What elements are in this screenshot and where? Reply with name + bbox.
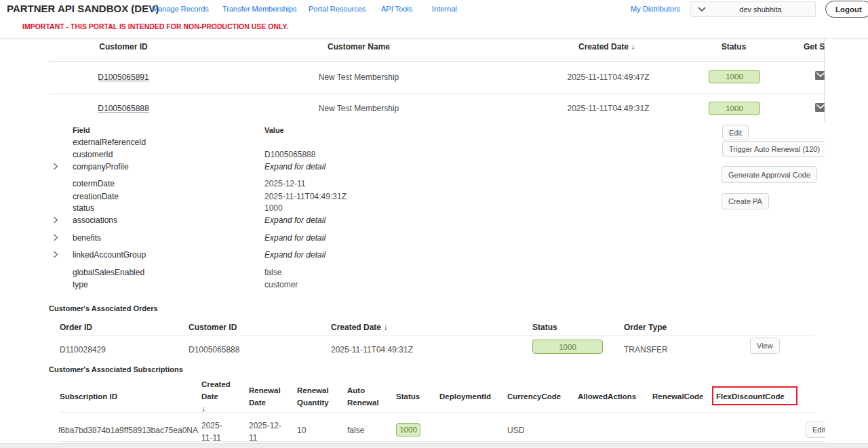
sub-renewal-quantity: 10 — [297, 426, 306, 435]
col-order-status: Status — [532, 323, 557, 332]
horizontal-scrollbar[interactable] — [0, 443, 868, 448]
sort-desc-icon[interactable]: ↓ — [383, 323, 387, 332]
field-value: false — [264, 268, 281, 277]
customer-name: New Test Membership — [319, 104, 399, 113]
field-value: 1000 — [264, 203, 283, 213]
field-label: type — [73, 280, 88, 289]
field-label: benefits — [73, 233, 101, 243]
col-created-date-label: Created Date — [578, 42, 629, 52]
col-created-date[interactable]: Created Date ↓ — [578, 42, 635, 52]
expand-for-detail[interactable]: Expand for detail — [264, 216, 326, 225]
sub-renewal-date: 2025-12-11 — [249, 420, 287, 443]
col-order-id: Order ID — [60, 323, 92, 332]
customer-id-link[interactable]: D1005065891 — [98, 73, 149, 82]
edit-subscription-button[interactable]: Edit — [806, 422, 825, 438]
orders-header-underline — [60, 335, 814, 336]
field-label: linkedAccountGroup — [73, 250, 146, 260]
field-label: companyProfile — [73, 162, 129, 171]
row-divider — [49, 93, 825, 94]
chevron-right-icon[interactable] — [53, 234, 58, 241]
nav-internal[interactable]: Internal — [432, 5, 457, 13]
order-status-badge: 1000 — [532, 340, 603, 354]
col-customer-id: Customer ID — [99, 42, 147, 52]
orders-section-title: Customer's Associated Orders — [49, 304, 158, 312]
subscriptions-header-underline — [60, 412, 814, 413]
field-value: 2025-12-11 — [264, 179, 306, 188]
customer-name: New Test Membership — [319, 73, 399, 82]
order-type: TRANSFER — [624, 345, 668, 354]
field-column-header: Field — [73, 126, 90, 134]
expand-for-detail[interactable]: Expand for detail — [264, 162, 326, 171]
field-label: cotermDate — [73, 179, 115, 188]
field-label: creationDate — [73, 192, 119, 201]
main-content: Customer ID Customer Name Created Date ↓… — [49, 39, 825, 443]
sub-auto-renewal: false — [347, 426, 364, 435]
field-value: 2025-11-11T04:49:31Z — [264, 192, 347, 201]
col-renewal-quantity: Renewal Quantity — [297, 384, 335, 409]
trigger-auto-renewal-button[interactable]: Trigger Auto Renewal (120) — [722, 141, 825, 157]
field-value: D1005065888 — [264, 150, 315, 159]
subscriptions-section-title: Customer's Associated Subscriptions — [49, 365, 183, 373]
nav-manage-records[interactable]: Manage Records — [152, 5, 209, 13]
subscription-id: f6ba7bd3874b1a9ff58913bac75ea0NA — [58, 426, 198, 435]
expand-for-detail[interactable]: Expand for detail — [264, 233, 326, 243]
nav-transfer-memberships[interactable]: Transfer Memberships — [222, 5, 297, 13]
col-status: Status — [722, 42, 747, 52]
generate-approval-code-button[interactable]: Generate Approval Code — [722, 166, 817, 183]
logout-button[interactable]: Logout — [825, 1, 868, 18]
field-value: customer — [264, 280, 298, 289]
field-label: customerId — [73, 150, 113, 159]
col-renewal-date: Renewal Date — [249, 384, 284, 409]
chevron-right-icon[interactable] — [53, 251, 58, 258]
value-column-header: Value — [264, 126, 284, 134]
order-created-date: 2025-11-11T04:49:31Z — [331, 345, 413, 354]
chevron-down-icon — [698, 7, 706, 12]
nav-portal-resources[interactable]: Portal Resources — [309, 5, 366, 13]
col-order-created-date[interactable]: Created Date ↓ — [331, 323, 387, 332]
col-sub-created-date[interactable]: Created Date ↓ — [201, 378, 237, 415]
col-renewal-code: RenewalCode — [652, 390, 703, 403]
col-auto-renewal: Auto Renewal — [347, 384, 382, 409]
page-title: PARTNER API SANDBOX (DEV) — [7, 3, 159, 14]
order-customer-id: D1005065888 — [189, 345, 239, 354]
chevron-right-icon[interactable] — [53, 163, 58, 170]
mail-icon[interactable] — [815, 71, 825, 80]
user-dropdown-value: dev shubhita — [706, 5, 815, 14]
sub-created-date: 2025-11-11 — [201, 420, 233, 443]
status-badge: 1000 — [709, 70, 760, 83]
col-customer-name: Customer Name — [328, 42, 390, 52]
col-order-created-date-label: Created Date — [331, 323, 381, 332]
col-currency-code: CurrencyCode — [507, 390, 561, 403]
sort-desc-icon[interactable]: ↓ — [631, 42, 635, 52]
sub-status-badge: 1000 — [396, 423, 420, 436]
nav-my-distributors[interactable]: My Distributors — [631, 5, 680, 13]
user-dropdown[interactable]: dev shubhita — [690, 1, 816, 17]
col-sub-status: Status — [396, 390, 420, 403]
created-date: 2025-11-11T04:49:47Z — [568, 73, 650, 82]
field-label: externalReferenceId — [73, 138, 146, 147]
field-label: globalSalesEnabled — [73, 268, 144, 277]
subscriptions-bottom-border — [60, 441, 825, 442]
col-allowed-actions: AllowedActions — [578, 390, 636, 403]
status-badge: 1000 — [709, 102, 760, 115]
col-deployment-id: DeploymentId — [439, 390, 491, 403]
non-production-warning: IMPORTANT - THIS PORTAL IS INTENDED FOR … — [22, 22, 288, 30]
view-order-button[interactable]: View — [750, 338, 780, 354]
sub-currency-code: USD — [507, 426, 524, 435]
order-id: D110028429 — [60, 345, 106, 354]
field-label: associations — [73, 216, 117, 225]
field-label: status — [73, 203, 94, 213]
col-order-customer-id: Customer ID — [189, 323, 237, 332]
edit-button[interactable]: Edit — [722, 125, 749, 140]
flex-discount-code-highlight — [712, 386, 797, 405]
header-underline — [49, 61, 825, 62]
mail-icon[interactable] — [815, 103, 825, 112]
expand-for-detail[interactable]: Expand for detail — [264, 250, 326, 260]
customer-id-link[interactable]: D1005065888 — [98, 104, 149, 113]
sort-desc-icon[interactable]: ↓ — [201, 403, 237, 415]
col-get-support: Get Sup — [804, 42, 825, 52]
col-sub-created-date-label: Created Date — [201, 378, 237, 403]
nav-api-tools[interactable]: API Tools — [381, 5, 412, 13]
create-pa-button[interactable]: Create PA — [722, 193, 769, 209]
chevron-right-icon[interactable] — [53, 216, 58, 224]
